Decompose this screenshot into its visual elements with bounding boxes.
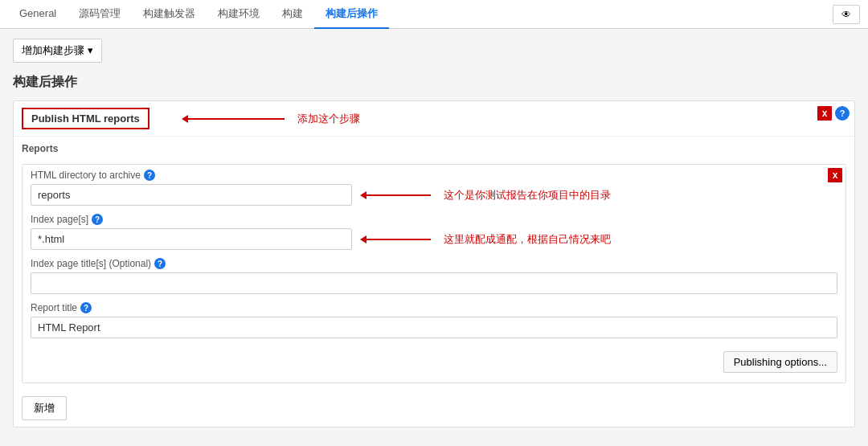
- reports-label: Reports: [14, 137, 854, 158]
- report-title-row: Report title ?: [23, 297, 845, 342]
- directory-input[interactable]: [31, 184, 352, 206]
- index-pages-label: Index page[s] ?: [31, 214, 837, 225]
- inner-card: x HTML directory to archive ?: [22, 164, 846, 383]
- publish-html-title: Publish HTML reports: [22, 108, 149, 129]
- annotation-arrow-3: [360, 235, 431, 243]
- tab-build-triggers[interactable]: 构建触发器: [132, 0, 207, 29]
- tab-build[interactable]: 构建: [271, 0, 314, 29]
- index-pages-row: Index page[s] ? 这里就配成通配，根据自己情况来吧: [23, 209, 845, 253]
- inner-card-close-button[interactable]: x: [828, 168, 842, 182]
- inner-card-icons: x: [828, 168, 842, 182]
- tab-general[interactable]: General: [8, 1, 68, 27]
- annotation-add-step: 添加这个步骤: [297, 112, 360, 126]
- publishing-options-button[interactable]: Publishing options...: [723, 351, 837, 373]
- bottom-actions: 新增: [14, 390, 854, 427]
- tab-source-mgmt[interactable]: 源码管理: [68, 0, 132, 29]
- add-build-step-button[interactable]: 增加构建步骤 ▾: [13, 39, 102, 63]
- index-title-help-icon[interactable]: ?: [154, 258, 166, 269]
- section-title: 构建后操作: [13, 74, 855, 91]
- index-pages-input[interactable]: [31, 228, 352, 250]
- report-title-help-icon[interactable]: ?: [80, 302, 92, 313]
- annotation-index: 这里就配成通配，根据自己情况来吧: [444, 232, 611, 247]
- report-title-input[interactable]: [31, 317, 837, 338]
- outer-card-help-button[interactable]: ?: [835, 106, 850, 121]
- directory-help-icon[interactable]: ?: [144, 170, 155, 181]
- index-title-label: Index page title[s] (Optional) ?: [31, 258, 837, 269]
- tab-post-build[interactable]: 构建后操作: [314, 0, 389, 29]
- annotation-arrow-1: [182, 115, 285, 123]
- outer-card-icons: x ?: [817, 106, 850, 121]
- index-help-icon[interactable]: ?: [92, 214, 103, 225]
- index-title-input[interactable]: [31, 272, 837, 294]
- outer-card-header: Publish HTML reports 添加这个步骤 x ?: [14, 101, 854, 137]
- annotation-directory: 这个是你测试报告在你项目中的目录: [444, 188, 611, 203]
- top-tab-bar: General 源码管理 构建触发器 构建环境 构建 构建后操作 👁: [0, 0, 868, 29]
- post-build-card: Publish HTML reports 添加这个步骤 x ? Reports: [13, 100, 855, 428]
- report-title-label: Report title ?: [31, 302, 837, 313]
- outer-card-close-button[interactable]: x: [817, 106, 832, 121]
- xin-zeng-button[interactable]: 新增: [22, 396, 67, 420]
- directory-label: HTML directory to archive ?: [31, 170, 837, 181]
- index-title-row: Index page title[s] (Optional) ?: [23, 253, 845, 297]
- top-right-btn[interactable]: 👁: [833, 5, 860, 24]
- annotation-arrow-2: [360, 191, 431, 199]
- tab-build-env[interactable]: 构建环境: [207, 0, 271, 29]
- main-content: 增加构建步骤 ▾ 构建后操作 Publish HTML reports 添加这个…: [0, 29, 868, 446]
- directory-field-row: HTML directory to archive ? 这个是你测试报告在你项目…: [23, 165, 845, 209]
